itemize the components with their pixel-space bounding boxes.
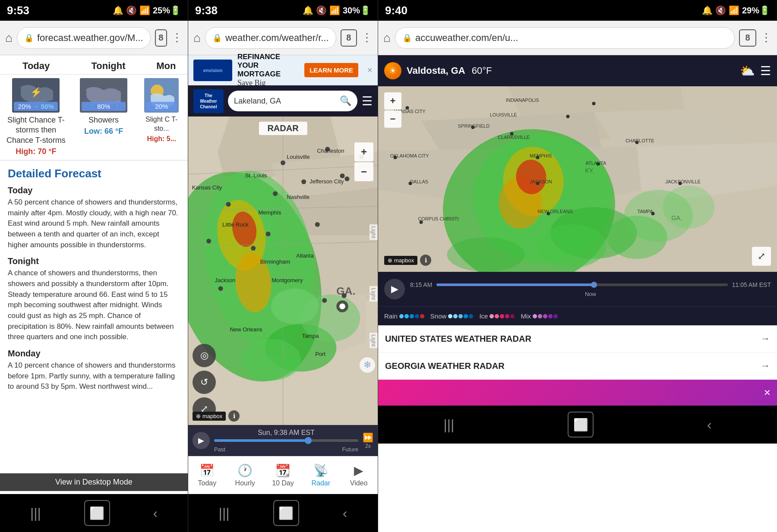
search-input-2[interactable] <box>234 97 336 106</box>
radar-label-nav: Radar <box>312 479 331 487</box>
aw-menu-icon[interactable]: ☰ <box>760 64 771 78</box>
panel-weather-com: 9:38 🔔 🔇 📶 30%🔋 ⌂ 🔒 weather.com/weather/… <box>188 0 378 532</box>
zoom-out-btn-2[interactable]: − <box>354 162 373 181</box>
aw-fullscreen-btn[interactable]: ⤢ <box>752 247 771 266</box>
url-bar-3[interactable]: 🔒 accuweather.com/en/u... <box>395 27 735 49</box>
ad-logo-text: envision <box>203 68 223 73</box>
snow-dot-3 <box>458 314 463 318</box>
aw-link-us-radar[interactable]: UNITED STATES WEATHER RADAR → <box>378 325 777 353</box>
svg-point-32 <box>218 286 223 291</box>
aw-temp-val: 60°F <box>472 65 492 76</box>
mute-icon-2: 🔇 <box>316 5 327 16</box>
back-btn-1[interactable]: ||| <box>30 505 41 521</box>
radar-label: RADAR <box>259 122 307 135</box>
period-text-tonight: A chance of showers and thunderstorms, t… <box>8 268 180 342</box>
weather-desc-today: Slight Chance T-storms then Chance T-sto… <box>3 115 69 145</box>
aw-radar-map: KY. GA. INDIANAPOLIS LOUISVILLE SPRINGFI… <box>378 86 777 272</box>
aw-zoom-out[interactable]: − <box>384 110 401 128</box>
svg-point-33 <box>322 298 327 303</box>
nav-10day[interactable]: 📆 10 Day <box>264 463 302 487</box>
timeline-fill-2 <box>214 439 308 442</box>
mapbox-info-btn-2[interactable]: ℹ <box>228 410 240 422</box>
timeline-progress-2[interactable] <box>214 439 358 442</box>
nav-video[interactable]: ▶ Video <box>340 463 378 487</box>
back-btn-2[interactable]: ||| <box>219 505 230 521</box>
wifi-icon-2: 📶 <box>329 5 340 16</box>
aw-zoom-in[interactable]: + <box>384 92 401 110</box>
back-btn-3[interactable]: ||| <box>443 417 454 433</box>
url-bar-2[interactable]: 🔒 weather.com/weather/r... <box>205 27 336 49</box>
browser-bar-3: ⌂ 🔒 accuweather.com/en/u... 8 ⋮ <box>378 21 777 55</box>
hamburger-menu-2[interactable]: ☰ <box>362 94 373 108</box>
search-icon-2[interactable]: 🔍 <box>340 95 351 107</box>
aw-mapbox-logo: ⊕ mapbox <box>384 256 417 265</box>
rain-dot-1 <box>399 314 404 318</box>
period-name-today: Today <box>8 186 180 195</box>
lock-icon-3: 🔒 <box>402 33 412 43</box>
weather-search[interactable]: 🔍 <box>228 91 357 111</box>
view-desktop-btn[interactable]: View in Desktop Mode <box>0 473 188 491</box>
forward-btn-3[interactable]: ‹ <box>707 417 712 433</box>
url-bar-1[interactable]: 🔒 forecast.weather.gov/M... <box>17 27 151 49</box>
tenday-label: 10 Day <box>272 479 294 487</box>
city-jefferson-city: Jefferson City <box>310 178 344 185</box>
home-icon-3[interactable]: ⌂ <box>383 31 391 45</box>
forward-btn-2[interactable]: ‹ <box>343 505 347 521</box>
panel-accuweather: 9:40 🔔 🔇 📶 29%🔋 ⌂ 🔒 accuweather.com/en/u… <box>378 0 777 532</box>
timeline-track-2: Sun, 9:38 AM EST Past Future <box>214 429 358 453</box>
ad-cta-btn[interactable]: LEARN MORE <box>304 63 358 77</box>
forward-btn-1[interactable]: ‹ <box>153 505 158 521</box>
light-label-1: Light <box>370 224 378 240</box>
twc-logo: TheWeatherChannel <box>193 89 224 113</box>
play-btn-2[interactable]: ▶ <box>193 432 210 449</box>
nav-today[interactable]: 📅 Today <box>188 463 226 487</box>
location-fab[interactable]: ◎ <box>193 344 216 367</box>
weather-temp-tonight: Low: 66 °F <box>84 127 123 136</box>
home-icon-2[interactable]: ⌂ <box>193 31 201 45</box>
mix-dot-5 <box>553 314 558 318</box>
menu-dots-2[interactable]: ⋮ <box>361 31 373 44</box>
aw-ad-close-icon[interactable]: ✕ <box>764 387 771 398</box>
mapbox-text-2: mapbox <box>202 413 222 419</box>
home-icon[interactable]: ⌂ <box>5 31 13 45</box>
share-fab[interactable]: ↺ <box>193 371 216 394</box>
precip-badge-today: 20% → 50% <box>14 102 58 111</box>
legend-mix: Mix <box>521 312 557 320</box>
aw-link-ga-arrow: → <box>761 360 770 371</box>
tab-count-2[interactable]: 8 <box>341 29 357 47</box>
zoom-in-btn-2[interactable]: + <box>354 142 373 161</box>
aw-mapbox-info[interactable]: ℹ <box>420 255 431 266</box>
aw-link-ga-radar[interactable]: GEORGIA WEATHER RADAR → <box>378 353 777 380</box>
tab-count-3[interactable]: 8 <box>739 29 756 47</box>
bottom-nav-2: ||| ⬜ ‹ <box>188 494 378 532</box>
city-tampa: Tampa <box>302 333 319 339</box>
city-louisville: Louisville <box>287 154 310 160</box>
ff-btn-2[interactable]: ⏩ 2x <box>363 432 373 449</box>
nav-radar[interactable]: 📡 Radar <box>302 463 340 487</box>
battery-icon-2: 30%🔋 <box>343 5 371 16</box>
legend-snow: Snow <box>430 312 474 320</box>
detailed-forecast-title: Detailed Forecast <box>8 167 180 180</box>
svg-point-31 <box>251 246 256 251</box>
aw-link-ga-text: GEORGIA WEATHER RADAR <box>385 361 761 371</box>
svg-point-22 <box>340 173 345 178</box>
legend-ice-dots <box>490 314 515 318</box>
ff-icon: ⏩ <box>363 432 373 443</box>
aw-play-btn[interactable]: ▶ <box>384 279 405 299</box>
nav-hourly[interactable]: 🕐 Hourly <box>226 463 264 487</box>
ad-close-icon[interactable]: ✕ <box>367 66 373 74</box>
alarm-icon-3: 🔔 <box>702 5 713 16</box>
home-btn-3[interactable]: ⬜ <box>568 412 594 438</box>
video-icon: ▶ <box>354 463 363 478</box>
precip-arrow: → <box>33 103 39 110</box>
menu-dots-1[interactable]: ⋮ <box>171 31 183 44</box>
lock-icon-2: 🔒 <box>212 33 222 43</box>
home-btn-1[interactable]: ⬜ <box>84 500 110 526</box>
future-label: Future <box>342 446 358 453</box>
tab-count-1[interactable]: 8 <box>155 29 167 47</box>
home-btn-2[interactable]: ⬜ <box>273 500 299 526</box>
menu-dots-3[interactable]: ⋮ <box>761 31 772 44</box>
forecast-content: Today Tonight Mon ⚡ 20% → 50% <box>0 55 188 494</box>
alarm-icon-2: 🔔 <box>303 5 313 16</box>
speed-label: 2x <box>365 443 371 449</box>
